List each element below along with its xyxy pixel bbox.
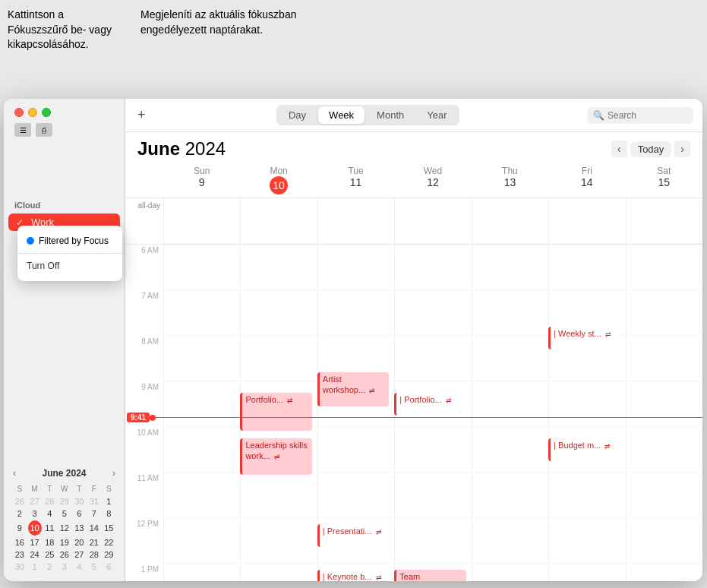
calendar-event[interactable]: | Budget m... ⇌ xyxy=(548,438,620,461)
time-cell[interactable] xyxy=(240,473,317,518)
mini-cal-day[interactable]: 30 xyxy=(13,561,27,572)
mini-cal-day[interactable]: 9 xyxy=(13,520,27,536)
calendar-event[interactable]: Portfolio... ⇌ xyxy=(240,393,311,431)
time-cell[interactable] xyxy=(472,473,548,518)
mini-cal-day[interactable]: 26 xyxy=(58,549,71,560)
close-button[interactable] xyxy=(14,108,24,117)
time-cell[interactable] xyxy=(548,381,625,427)
time-cell[interactable] xyxy=(163,381,240,427)
time-cell[interactable] xyxy=(240,290,317,336)
time-cell[interactable] xyxy=(548,245,625,290)
mini-cal-day[interactable]: 4 xyxy=(43,508,57,519)
time-cell[interactable] xyxy=(472,381,548,427)
time-cell[interactable] xyxy=(626,245,702,290)
mini-cal-day[interactable]: 2 xyxy=(43,561,57,572)
time-cell[interactable] xyxy=(472,564,548,581)
time-cell[interactable] xyxy=(548,473,625,518)
add-event-button[interactable]: + xyxy=(134,107,149,123)
mini-cal-day[interactable]: 1 xyxy=(28,561,42,572)
mini-cal-day[interactable]: 20 xyxy=(73,537,87,548)
time-cell[interactable] xyxy=(163,473,240,518)
mini-cal-day[interactable]: 6 xyxy=(73,508,87,519)
mini-cal-day[interactable]: 12 xyxy=(58,520,71,536)
mini-cal-day[interactable]: 31 xyxy=(87,496,101,507)
print-icon[interactable]: ⎙ xyxy=(36,123,52,137)
mini-cal-day[interactable]: 14 xyxy=(87,520,101,536)
time-cell[interactable] xyxy=(626,518,702,564)
time-cell[interactable] xyxy=(626,564,702,581)
calendar-event[interactable]: | Presentati... ⇌ xyxy=(317,524,389,547)
mini-cal-day[interactable]: 3 xyxy=(28,508,42,519)
time-cell[interactable] xyxy=(163,564,240,581)
mini-cal-day[interactable]: 5 xyxy=(87,561,101,572)
mini-cal-day[interactable]: 7 xyxy=(87,508,101,519)
minimize-button[interactable] xyxy=(28,108,37,117)
time-cell[interactable] xyxy=(472,290,548,336)
mini-cal-day[interactable]: 4 xyxy=(73,561,87,572)
tab-month[interactable]: Month xyxy=(366,106,415,124)
time-cell[interactable] xyxy=(240,518,317,564)
mini-cal-day[interactable]: 3 xyxy=(58,561,71,572)
calendar-event[interactable]: | Keynote b... ⇌ xyxy=(317,570,389,581)
mini-cal-day[interactable]: 1 xyxy=(103,496,116,507)
sidebar-toggle-icon[interactable]: ☰ xyxy=(14,123,31,137)
time-cell[interactable] xyxy=(317,245,394,290)
mini-cal-day[interactable]: 17 xyxy=(28,537,42,548)
mini-cal-day[interactable]: 2 xyxy=(13,508,27,519)
time-cell[interactable] xyxy=(317,427,394,473)
mini-cal-day[interactable]: 13 xyxy=(73,520,87,536)
mini-cal-day[interactable]: 24 xyxy=(28,549,42,560)
time-cell[interactable] xyxy=(163,518,240,564)
mini-cal-day[interactable]: 16 xyxy=(13,537,27,548)
mini-cal-day[interactable]: 19 xyxy=(58,537,71,548)
time-cell[interactable] xyxy=(626,381,702,427)
calendar-event[interactable]: Team presentati... ⇌ xyxy=(394,570,466,581)
time-cell[interactable] xyxy=(548,518,625,564)
calendar-event[interactable]: Leadership skills work... ⇌ xyxy=(240,438,311,475)
turn-off-focus-button[interactable]: Turn Off xyxy=(17,257,122,275)
time-cell[interactable] xyxy=(472,518,548,564)
time-cell[interactable] xyxy=(394,290,471,336)
calendar-event[interactable]: | Weekly st... ⇌ xyxy=(548,327,620,349)
today-button[interactable]: Today xyxy=(630,141,672,157)
mini-cal-day[interactable]: 29 xyxy=(103,549,116,560)
time-cell[interactable] xyxy=(394,245,471,290)
maximize-button[interactable] xyxy=(42,108,51,117)
mini-cal-day[interactable]: 25 xyxy=(43,549,57,560)
time-cell[interactable] xyxy=(472,336,548,381)
mini-cal-day[interactable]: 28 xyxy=(87,549,101,560)
mini-cal-day[interactable]: 27 xyxy=(28,496,42,507)
time-cell[interactable] xyxy=(472,427,548,473)
time-cell[interactable] xyxy=(394,427,471,473)
mini-cal-day[interactable]: 30 xyxy=(73,496,87,507)
time-cell[interactable] xyxy=(240,564,317,581)
mini-cal-day[interactable]: 5 xyxy=(58,508,71,519)
mini-cal-day[interactable]: 10 xyxy=(28,520,42,536)
time-cell[interactable] xyxy=(626,336,702,381)
mini-cal-day[interactable]: 6 xyxy=(103,561,116,572)
mini-cal-day[interactable]: 26 xyxy=(13,496,27,507)
time-cell[interactable] xyxy=(317,290,394,336)
mini-cal-prev-button[interactable]: ‹ xyxy=(11,468,17,479)
mini-cal-day[interactable]: 22 xyxy=(103,537,116,548)
mini-cal-day[interactable]: 18 xyxy=(43,537,57,548)
mini-cal-day[interactable]: 28 xyxy=(43,496,57,507)
time-cell[interactable] xyxy=(626,473,702,518)
time-cell[interactable] xyxy=(163,427,240,473)
time-cell[interactable] xyxy=(394,473,471,518)
tab-day[interactable]: Day xyxy=(278,106,317,124)
time-cell[interactable] xyxy=(163,245,240,290)
time-cell[interactable] xyxy=(394,336,471,381)
calendar-event[interactable]: Artist workshop... ⇌ xyxy=(317,372,389,406)
time-cell[interactable] xyxy=(626,427,702,473)
time-cell[interactable] xyxy=(548,564,625,581)
tab-week[interactable]: Week xyxy=(318,106,365,124)
time-cell[interactable] xyxy=(240,245,317,290)
calendar-event[interactable]: | Portfolio... ⇌ xyxy=(394,393,466,416)
mini-cal-day[interactable]: 27 xyxy=(73,549,87,560)
mini-cal-next-button[interactable]: › xyxy=(111,468,117,479)
mini-cal-day[interactable]: 15 xyxy=(103,520,116,536)
time-cell[interactable] xyxy=(163,336,240,381)
mini-cal-day[interactable]: 11 xyxy=(43,520,57,536)
tab-year[interactable]: Year xyxy=(416,106,457,124)
